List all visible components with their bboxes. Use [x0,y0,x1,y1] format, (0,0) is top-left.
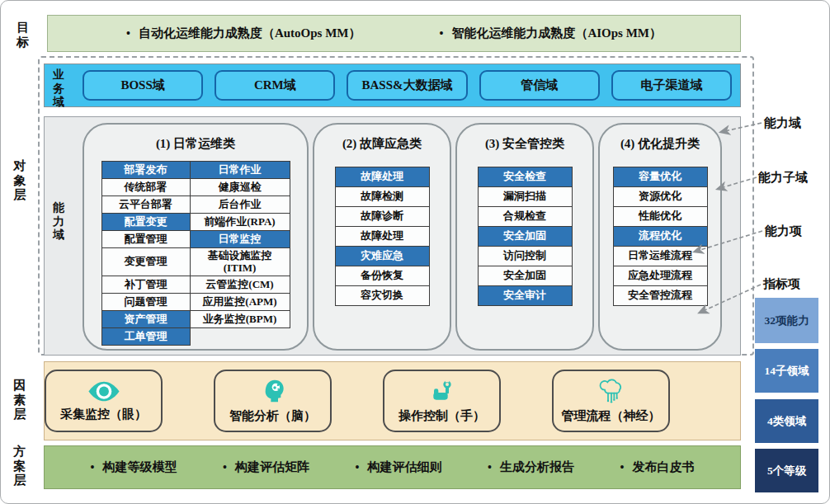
maturity-model-diagram: 目标 对象层 因素层 方案层 • 自动化运维能力成熟度（AutoOps MM） … [0,0,830,504]
table-cell: 资源优化 [614,187,708,207]
table-cell: 日常监控 [191,231,290,248]
table-cell: 安全加固 [479,266,573,286]
table-cell: 故障诊断 [336,207,430,227]
solution-item-label: 构建等级模型 [102,459,177,475]
annotation-indicator-item: 指标项 [763,276,800,292]
capability-domain-label: 能力域 [52,201,65,243]
table-cell: 应急处理流程 [614,266,708,286]
table-cell: 补丁管理 [102,276,191,294]
table-cell: 灾难应急 [336,247,430,266]
domain-box-boss: BOSS域 [83,70,203,101]
table-cell: 应用监控(APM) [191,294,290,311]
table-cell: 变更管理 [102,248,191,276]
table-cell: 资产管理 [102,311,191,328]
layer-label-object: 对象层 [12,159,26,203]
table-cell: 安全审计 [479,286,573,306]
group-title: (2) 故障应急类 [342,136,422,152]
goal-item-label: 自动化运维能力成熟度（AutoOps MM） [139,26,361,41]
stat-5-levels: 5个等级 [755,449,818,492]
bullet-icon: • [356,461,360,474]
group-title: (4) 优化提升类 [620,136,700,152]
table-cell: 安全管控流程 [614,286,708,306]
factor-box-monitoring: 采集监控（眼） [45,370,163,432]
table-cell: 配置变更 [102,214,191,231]
table-cell: 安全加固 [479,227,573,247]
table-cell: 日常作业 [191,162,290,179]
table-cell: 业务监控(BPM) [191,311,290,328]
table-cell: 合规检查 [479,207,573,227]
layer-label-solution: 方案层 [12,445,26,488]
table-cell: 基础设施监控(ITIM) [191,248,290,276]
table-cell: 容量优化 [614,167,708,187]
annotation-capability-subdomain: 能力子域 [758,170,808,186]
group-daily-ops: (1) 日常运维类 部署发布 传统部署 云平台部署 配置变更 配置管理 变更管理… [83,123,309,351]
fault-table: 故障处理 故障检测 故障诊断 故障处理 灾难应急 备份恢复 容灾切换 [335,167,430,306]
stat-32-capabilities: 32项能力 [755,298,818,343]
table-cell: 传统部署 [102,179,191,196]
bullet-icon: • [223,461,227,474]
group-security-control: (3) 安全管控类 安全检查 漏洞扫描 合规检查 安全加固 访问控制 安全加固 … [455,123,594,351]
eye-icon [87,380,121,403]
bullet-icon: • [126,27,130,40]
goal-item: • 自动化运维能力成熟度（AutoOps MM） [126,26,361,41]
table-cell: 备份恢复 [336,266,430,286]
factor-label: 采集监控（眼） [60,407,147,422]
table-cell: 后台作业 [191,196,290,214]
business-domain-list: BOSS域 CRM域 BASS&大数据域 管信域 电子渠道域 [83,70,732,101]
table-cell: 配置管理 [102,231,191,248]
layer-label-goal: 目标 [16,21,30,49]
security-table: 安全检查 漏洞扫描 合规检查 安全加固 访问控制 安全加固 安全审计 [478,167,573,306]
bullet-icon: • [620,461,625,474]
solution-item: • 发布白皮书 [620,459,695,475]
table-cell: 前端作业(RPA) [191,214,290,231]
factor-box-analysis: 智能分析（脑） [214,370,332,432]
factor-box-control: 操作控制（手） [383,370,501,432]
table-cell: 容灾切换 [336,286,430,306]
solution-item-label: 发布白皮书 [632,459,694,475]
bullet-icon: • [91,461,95,474]
factor-label: 智能分析（脑） [229,408,316,424]
solution-item-label: 构建评估细则 [367,459,441,475]
group-fault-emergency: (2) 故障应急类 故障处理 故障检测 故障诊断 故障处理 灾难应急 备份恢复 … [313,123,451,351]
goal-item-label: 智能化运维能力成熟度（AIOps MM） [451,26,662,41]
hand-wrench-icon [429,378,455,404]
table-cell: 云管监控(CM) [191,276,290,294]
factor-box-process: 管理流程（神经） [552,370,670,432]
table-cell-empty [191,328,290,346]
brain-head-icon [260,378,286,404]
table-cell: 性能优化 [614,207,708,227]
table-cell: 安全检查 [479,167,573,187]
table-cell: 健康巡检 [191,179,290,196]
table-cell: 部署发布 [102,162,191,179]
solution-layer-band: • 构建等级模型 • 构建评估矩阵 • 构建评估细则 • 生成分析报告 • 发布… [44,445,741,489]
table-cell: 访问控制 [479,247,573,266]
table-cell: 云平台部署 [102,196,191,214]
group-title: (1) 日常运维类 [156,136,235,152]
table-cell: 故障检测 [336,187,430,207]
domain-box-crm: CRM域 [215,70,335,101]
solution-item-label: 生成分析报告 [500,459,574,475]
table-cell: 漏洞扫描 [479,187,573,207]
factor-label: 操作控制（手） [398,408,485,424]
group-optimization: (4) 优化提升类 容量优化 资源优化 性能优化 流程优化 日常运维流程 应急处… [598,123,722,351]
stat-4-domains: 4类领域 [755,399,818,443]
table-cell: 故障处理 [336,167,430,187]
annotation-capability-domain: 能力域 [764,115,801,131]
bullet-icon: • [488,461,492,474]
bullet-icon: • [440,27,444,40]
table-cell: 流程优化 [614,227,708,247]
group-title: (3) 安全管控类 [485,136,564,152]
business-domain-band: 业务域 BOSS域 CRM域 BASS&大数据域 管信域 电子渠道域 [44,64,741,107]
table-cell: 故障处理 [336,227,430,247]
domain-box-bass: BASS&大数据域 [347,70,467,101]
daily-ops-table: 部署发布 传统部署 云平台部署 配置变更 配置管理 变更管理 补丁管理 问题管理… [101,161,290,346]
annotation-capability-item: 能力项 [765,224,802,239]
capability-groups: (1) 日常运维类 部署发布 传统部署 云平台部署 配置变更 配置管理 变更管理… [83,123,722,351]
solution-item: • 构建评估矩阵 [223,459,309,475]
solution-item-label: 构建评估矩阵 [235,459,309,475]
domain-box-guanxin: 管信域 [479,70,600,101]
solution-item: • 构建评估细则 [356,459,442,475]
table-cell: 问题管理 [102,294,191,311]
domain-box-echannel: 电子渠道域 [611,70,732,101]
solution-item: • 构建等级模型 [91,459,177,475]
